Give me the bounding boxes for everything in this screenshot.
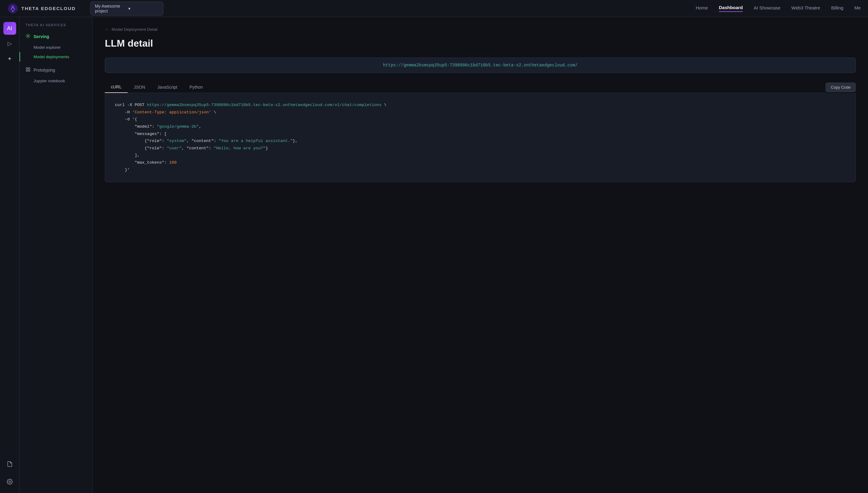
- prototyping-icon: [26, 67, 30, 73]
- breadcrumb-label: Model Deployment Detail: [111, 27, 157, 32]
- svg-point-2: [9, 481, 10, 483]
- code-tabs-row: cURL JSON JavaScript Python Copy Code: [105, 81, 856, 93]
- sidebar-serving-label: Serving: [34, 34, 49, 39]
- nav-links: Home Dashboard AI Showcase Web3 Theatre …: [696, 5, 861, 12]
- nav-home[interactable]: Home: [696, 5, 708, 12]
- project-label: My Awesome project: [95, 4, 125, 14]
- nav-billing[interactable]: Billing: [831, 5, 843, 12]
- nav-me[interactable]: Me: [854, 5, 861, 12]
- tab-curl[interactable]: cURL: [105, 81, 128, 93]
- code-line-7: {"role": "user", "content": "Hello, how …: [115, 145, 846, 152]
- chevron-down-icon: ▾: [128, 6, 159, 11]
- svg-rect-4: [26, 68, 28, 69]
- svg-point-0: [8, 4, 18, 14]
- logo-text: THETA EDGECLOUD: [21, 6, 76, 11]
- sidebar-section-label: THETA AI SERVICES: [20, 23, 92, 30]
- sidebar-model-explorer[interactable]: Model explorer: [20, 43, 92, 52]
- sidebar-item-prototyping[interactable]: Prototyping: [20, 64, 92, 76]
- code-line-9: "max_tokens": 100: [115, 159, 846, 166]
- nav-web3-theatre[interactable]: Web3 Theatre: [791, 5, 821, 12]
- sidebar-prototyping-label: Prototyping: [34, 68, 55, 72]
- page-layout: AI ▷ ✦ THETA AI SERVICES: [0, 17, 868, 493]
- nav-ai-showcase[interactable]: AI Showcase: [754, 5, 781, 12]
- tab-javascript[interactable]: JavaScript: [151, 82, 183, 93]
- breadcrumb[interactable]: ← Model Deployment Detail: [105, 27, 856, 32]
- code-line-4: "model": "google/gemma-2b",: [115, 123, 846, 130]
- rail-icon-document[interactable]: [3, 458, 16, 470]
- code-line-8: ],: [115, 152, 846, 159]
- serving-icon: [26, 34, 30, 40]
- sidebar-jupyter-notebook[interactable]: Jupyter notebook: [20, 76, 92, 86]
- rail-icon-settings[interactable]: [3, 475, 16, 488]
- logo: THETA EDGECLOUD: [7, 3, 76, 14]
- copy-code-button[interactable]: Copy Code: [826, 83, 856, 92]
- svg-rect-5: [28, 68, 30, 69]
- tab-python[interactable]: Python: [184, 82, 209, 93]
- rail-icon-nodes[interactable]: ✦: [3, 52, 16, 65]
- tab-json[interactable]: JSON: [128, 82, 151, 93]
- code-line-1: curl -X POST https://gemma2bsmspq35up5-7…: [115, 102, 846, 109]
- main-content: ← Model Deployment Detail LLM detail htt…: [93, 17, 868, 493]
- project-selector[interactable]: My Awesome project ▾: [90, 1, 163, 16]
- svg-point-1: [12, 10, 14, 12]
- back-arrow-icon: ←: [105, 27, 109, 32]
- code-line-3: -d '{: [115, 116, 846, 123]
- endpoint-url-bar: https://gemma2bsmspq35up5-7398086c1bd710…: [105, 58, 856, 73]
- code-tabs: cURL JSON JavaScript Python: [105, 81, 826, 93]
- rail-icon-ai[interactable]: AI: [3, 22, 16, 35]
- icon-rail: AI ▷ ✦: [0, 17, 20, 493]
- sidebar-item-serving[interactable]: Serving: [20, 30, 92, 43]
- sidebar: THETA AI SERVICES Serving Model explorer…: [20, 17, 93, 493]
- top-navigation: THETA EDGECLOUD My Awesome project ▾ Hom…: [0, 0, 868, 17]
- sidebar-model-deployments[interactable]: Model deployments: [20, 52, 92, 62]
- nav-dashboard[interactable]: Dashboard: [719, 5, 743, 12]
- svg-point-3: [27, 35, 29, 37]
- code-line-6: {"role": "system", "content": "You are a…: [115, 137, 846, 145]
- code-block: curl -X POST https://gemma2bsmspq35up5-7…: [105, 93, 856, 182]
- rail-icon-media[interactable]: ▷: [3, 37, 16, 50]
- code-line-5: "messages": [: [115, 130, 846, 138]
- svg-rect-7: [26, 70, 28, 71]
- page-title: LLM detail: [105, 38, 856, 49]
- code-line-10: }': [115, 166, 846, 174]
- svg-rect-6: [28, 70, 30, 71]
- endpoint-url: https://gemma2bsmspq35up5-7398086c1bd710…: [383, 63, 578, 68]
- logo-icon: [7, 3, 18, 14]
- code-line-2: -H 'Content-Type: application/json' \: [115, 109, 846, 116]
